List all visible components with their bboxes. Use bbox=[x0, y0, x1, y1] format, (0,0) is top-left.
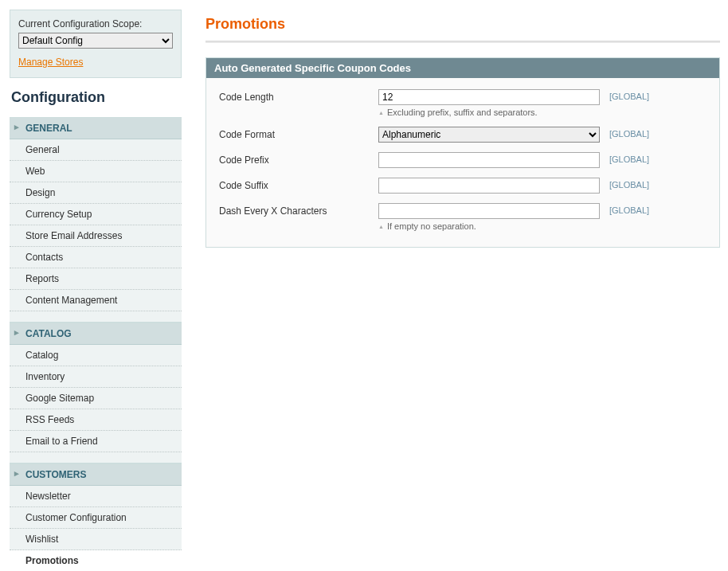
nav-section-spacer bbox=[10, 452, 182, 463]
input-code-format[interactable]: Alphanumeric bbox=[378, 127, 600, 143]
nav-item-general[interactable]: General bbox=[10, 139, 182, 161]
form-row: Dash Every X CharactersIf empty no separ… bbox=[219, 203, 706, 231]
page-title: Promotions bbox=[205, 16, 720, 33]
nav-item-contacts[interactable]: Contacts bbox=[10, 247, 182, 268]
form-row: Code Suffix[GLOBAL] bbox=[219, 178, 706, 194]
form-field: Alphanumeric bbox=[378, 127, 600, 143]
form-row: Code FormatAlphanumeric[GLOBAL] bbox=[219, 127, 706, 143]
input-dash-every-x-characters[interactable] bbox=[378, 203, 600, 219]
input-code-length[interactable] bbox=[378, 89, 600, 105]
nav-item-catalog[interactable]: Catalog bbox=[10, 345, 182, 366]
form-label: Code Format bbox=[219, 127, 378, 140]
nav-item-newsletter[interactable]: Newsletter bbox=[10, 486, 182, 507]
manage-stores-link[interactable]: Manage Stores bbox=[18, 57, 83, 68]
nav-item-web[interactable]: Web bbox=[10, 161, 182, 182]
config-title: Configuration bbox=[10, 78, 182, 117]
scope-badge: [GLOBAL] bbox=[609, 203, 649, 215]
scope-box: Current Configuration Scope: Default Con… bbox=[10, 10, 182, 78]
form-field: If empty no separation. bbox=[378, 203, 600, 231]
nav-item-google-sitemap[interactable]: Google Sitemap bbox=[10, 388, 182, 409]
nav-section-header[interactable]: CUSTOMERS bbox=[10, 464, 182, 486]
nav-item-store-email-addresses[interactable]: Store Email Addresses bbox=[10, 225, 182, 247]
form-note: If empty no separation. bbox=[378, 221, 600, 231]
scope-label: Current Configuration Scope: bbox=[18, 18, 173, 29]
nav-item-promotions[interactable]: Promotions bbox=[10, 550, 182, 571]
fieldset-coupon-codes: Auto Generated Specific Coupon Codes Cod… bbox=[205, 57, 720, 248]
title-underline bbox=[205, 41, 720, 43]
nav-item-design[interactable]: Design bbox=[10, 182, 182, 204]
nav-section-header[interactable]: GENERAL bbox=[10, 118, 182, 139]
fieldset-legend: Auto Generated Specific Coupon Codes bbox=[206, 58, 719, 78]
form-label: Code Prefix bbox=[219, 152, 378, 166]
scope-select[interactable]: Default Config bbox=[18, 33, 173, 49]
form-label: Code Suffix bbox=[219, 178, 378, 191]
nav-item-wishlist[interactable]: Wishlist bbox=[10, 529, 182, 550]
nav-item-email-to-a-friend[interactable]: Email to a Friend bbox=[10, 431, 182, 452]
form-row: Code Prefix[GLOBAL] bbox=[219, 152, 706, 168]
nav-item-content-management[interactable]: Content Management bbox=[10, 290, 182, 311]
nav-item-rss-feeds[interactable]: RSS Feeds bbox=[10, 409, 182, 431]
sidebar: Current Configuration Scope: Default Con… bbox=[0, 0, 182, 571]
form-field bbox=[378, 178, 600, 194]
scope-badge: [GLOBAL] bbox=[609, 89, 649, 101]
form-note: Excluding prefix, suffix and separators. bbox=[378, 108, 600, 117]
form-label: Dash Every X Characters bbox=[219, 203, 378, 217]
form-row: Code LengthExcluding prefix, suffix and … bbox=[219, 89, 706, 117]
nav-item-customer-configuration[interactable]: Customer Configuration bbox=[10, 507, 182, 529]
form-field: Excluding prefix, suffix and separators. bbox=[378, 89, 600, 117]
scope-badge: [GLOBAL] bbox=[609, 152, 649, 164]
scope-badge: [GLOBAL] bbox=[609, 127, 649, 139]
nav-section-header[interactable]: CATALOG bbox=[10, 323, 182, 345]
input-code-prefix[interactable] bbox=[378, 152, 600, 168]
main-content: Promotions Auto Generated Specific Coupo… bbox=[182, 0, 728, 571]
form-label: Code Length bbox=[219, 89, 378, 103]
input-code-suffix[interactable] bbox=[378, 178, 600, 194]
nav-section-spacer bbox=[10, 311, 182, 323]
form-field bbox=[378, 152, 600, 168]
nav-item-currency-setup[interactable]: Currency Setup bbox=[10, 204, 182, 225]
nav-item-inventory[interactable]: Inventory bbox=[10, 366, 182, 388]
nav-item-reports[interactable]: Reports bbox=[10, 268, 182, 290]
scope-badge: [GLOBAL] bbox=[609, 178, 649, 190]
